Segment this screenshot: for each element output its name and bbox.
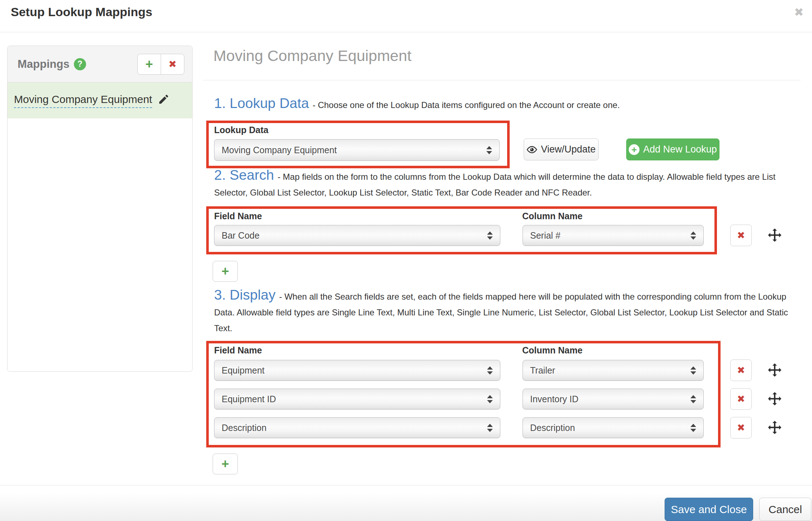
mappings-panel: Mappings ? + ✖ Moving Company Equipment xyxy=(7,46,193,372)
display-column-select[interactable]: Description xyxy=(523,417,704,438)
move-icon[interactable] xyxy=(767,391,783,407)
page-title: Setup Lookup Mappings xyxy=(11,5,152,19)
add-mapping-button[interactable]: + xyxy=(137,54,161,75)
mappings-button-group: + ✖ xyxy=(137,54,184,75)
add-new-lookup-label: Add New Lookup xyxy=(643,144,717,155)
delete-mapping-button[interactable]: ✖ xyxy=(161,54,184,75)
search-field-value: Bar Code xyxy=(222,230,487,241)
display-field-select[interactable]: Equipment xyxy=(214,360,500,381)
lookup-data-label: Lookup Data xyxy=(214,125,268,135)
heading-divider xyxy=(203,80,801,80)
search-column-value: Serial # xyxy=(530,230,690,241)
display-field-value: Equipment xyxy=(222,365,487,376)
section-display-heading: 3. Display- When all the Search fields a… xyxy=(214,288,802,336)
move-icon[interactable] xyxy=(767,420,783,436)
save-and-close-button[interactable]: Save and Close xyxy=(665,498,753,521)
display-column-value: Trailer xyxy=(530,365,690,376)
section-search-title: 2. Search xyxy=(214,167,274,183)
search-column-select[interactable]: Serial # xyxy=(523,225,704,246)
cancel-button[interactable]: Cancel xyxy=(759,498,811,521)
remove-display-row-button[interactable]: ✖ xyxy=(730,388,752,410)
chevron-updown-icon xyxy=(487,366,493,375)
sidebar-item-mapping[interactable]: Moving Company Equipment xyxy=(8,83,192,118)
close-icon[interactable]: ✖ xyxy=(794,6,804,18)
search-column-name-label: Column Name xyxy=(522,211,582,221)
chevron-updown-icon xyxy=(487,231,493,240)
remove-icon: ✖ xyxy=(737,423,745,433)
display-field-select[interactable]: Description xyxy=(214,417,500,438)
section-lookup-heading: 1. Lookup Data- Choose one of the Lookup… xyxy=(214,96,802,113)
section-display-title: 3. Display xyxy=(214,287,275,302)
mapping-heading: Moving Company Equipment xyxy=(213,47,411,65)
display-field-value: Equipment ID xyxy=(222,394,487,404)
move-icon[interactable] xyxy=(767,227,783,243)
display-field-value: Description xyxy=(222,423,487,433)
plus-icon: + xyxy=(145,58,153,71)
search-field-select[interactable]: Bar Code xyxy=(214,225,500,246)
add-search-row-button[interactable]: + xyxy=(213,261,238,282)
view-update-label: View/Update xyxy=(541,144,596,155)
remove-icon: ✖ xyxy=(737,366,745,375)
chevron-updown-icon xyxy=(690,366,696,375)
mappings-title: Mappings xyxy=(18,58,70,71)
display-field-name-label: Field Name xyxy=(214,345,262,356)
remove-display-row-button[interactable]: ✖ xyxy=(730,360,752,381)
section-lookup-title: 1. Lookup Data xyxy=(214,95,309,111)
eye-icon xyxy=(527,144,537,155)
chevron-updown-icon xyxy=(486,146,492,154)
plus-icon: + xyxy=(221,457,229,470)
display-column-value: Description xyxy=(530,423,690,433)
display-column-select[interactable]: Trailer xyxy=(523,360,704,381)
display-column-name-label: Column Name xyxy=(522,345,582,356)
chevron-updown-icon xyxy=(690,231,696,240)
section-display-desc: - When all the Search fields are set, ea… xyxy=(214,292,788,333)
remove-icon: ✖ xyxy=(737,394,745,404)
search-field-name-label: Field Name xyxy=(214,211,262,221)
section-search-desc: - Map fields on the form to the columns … xyxy=(214,172,775,197)
remove-search-row-button[interactable]: ✖ xyxy=(730,225,752,246)
lookup-data-select-value: Moving Company Equipment xyxy=(222,145,486,155)
add-new-lookup-button[interactable]: + Add New Lookup xyxy=(626,139,719,160)
move-icon[interactable] xyxy=(767,362,783,378)
lookup-data-select[interactable]: Moving Company Equipment xyxy=(214,139,500,161)
display-column-select[interactable]: Inventory ID xyxy=(523,389,704,409)
display-field-select[interactable]: Equipment ID xyxy=(214,389,500,409)
display-column-value: Inventory ID xyxy=(530,394,690,404)
help-icon[interactable]: ? xyxy=(74,58,86,70)
chevron-updown-icon xyxy=(487,424,493,432)
chevron-updown-icon xyxy=(487,395,493,403)
header-divider xyxy=(0,32,812,32)
chevron-updown-icon xyxy=(690,395,696,403)
plus-circle-icon: + xyxy=(629,144,639,155)
footer-divider xyxy=(0,485,812,485)
x-icon: ✖ xyxy=(169,60,177,69)
add-display-row-button[interactable]: + xyxy=(213,454,238,474)
remove-display-row-button[interactable]: ✖ xyxy=(730,417,752,438)
view-update-button[interactable]: View/Update xyxy=(524,139,599,160)
section-search-heading: 2. Search- Map fields on the form to the… xyxy=(214,168,802,201)
chevron-updown-icon xyxy=(690,424,696,432)
remove-icon: ✖ xyxy=(737,231,745,240)
mapping-item-label: Moving Company Equipment xyxy=(14,93,152,108)
mappings-panel-header: Mappings ? + ✖ xyxy=(8,46,192,83)
pencil-icon[interactable] xyxy=(158,94,169,105)
plus-icon: + xyxy=(221,265,229,278)
section-lookup-desc: - Choose one of the Lookup Data items co… xyxy=(313,100,620,110)
